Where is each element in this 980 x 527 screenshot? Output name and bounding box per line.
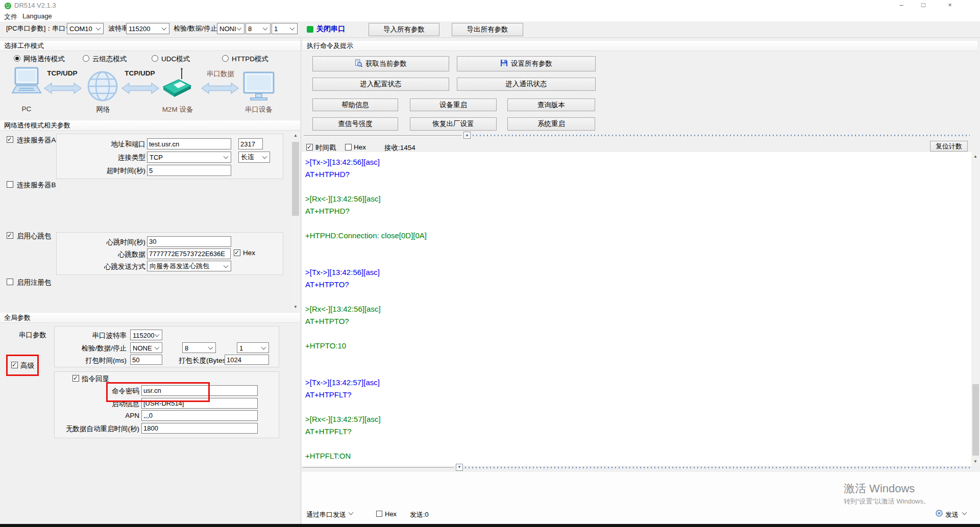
conn-type-select[interactable]: TCP xyxy=(147,152,231,163)
baud-select[interactable]: 115200 xyxy=(126,23,169,34)
log-line: >[Rx<-][13:42:56][asc] xyxy=(305,303,427,315)
keepalive-select[interactable]: 长连 xyxy=(238,152,270,163)
register-label: 启用注册包 xyxy=(17,278,52,287)
echo-checkbox[interactable] xyxy=(72,375,79,382)
hb-mode-label: 心跳发送方式 xyxy=(61,262,145,271)
net-params-header: 网络透传模式相关参数 xyxy=(0,120,300,131)
heartbeat-checkbox[interactable] xyxy=(7,232,13,239)
activate-windows-watermark: 激活 Windows xyxy=(844,481,915,496)
radio-cloud-mode[interactable] xyxy=(83,55,89,62)
send-button[interactable]: 发送 xyxy=(945,510,959,519)
cmd-pwd-input[interactable] xyxy=(141,385,258,396)
device-restart-button[interactable]: 设备重启 xyxy=(410,98,497,111)
hb-hex-checkbox[interactable] xyxy=(234,249,240,256)
radio-udc-label: UDC模式 xyxy=(161,55,190,64)
g-stopbits-select[interactable]: 1 xyxy=(237,342,269,353)
advanced-checkbox[interactable] xyxy=(11,362,18,368)
trackbar-track[interactable] xyxy=(473,135,970,136)
params-scrollbar[interactable]: ▲ ▼ xyxy=(291,131,300,311)
enter-config-button[interactable]: 进入配置状态 xyxy=(312,78,449,91)
export-params-button[interactable]: 导出所有参数 xyxy=(452,23,523,36)
timeout-input[interactable] xyxy=(147,165,231,176)
factory-reset-button[interactable]: 恢复出厂设置 xyxy=(410,117,497,131)
log-line xyxy=(305,364,427,377)
query-version-button[interactable]: 查询版本 xyxy=(507,98,595,111)
apn-input[interactable] xyxy=(141,410,258,421)
menu-file[interactable]: 文件 xyxy=(4,12,17,21)
server-a-checkbox[interactable] xyxy=(7,136,13,143)
scroll-down-icon[interactable]: ▼ xyxy=(971,457,979,466)
send-hex-checkbox[interactable] xyxy=(376,511,382,517)
maximize-icon[interactable]: □ xyxy=(915,0,932,11)
close-icon[interactable]: × xyxy=(941,0,959,11)
hb-data-input[interactable] xyxy=(147,248,231,259)
hb-time-input[interactable] xyxy=(147,236,231,247)
scroll-up-icon[interactable]: ▲ xyxy=(291,131,300,140)
idle-restart-input[interactable] xyxy=(141,423,258,434)
parity-select[interactable]: NONI xyxy=(217,23,244,34)
hb-time-label: 心跳时间(秒) xyxy=(61,238,145,247)
trackbar-thumb[interactable]: ▼ xyxy=(456,464,463,471)
radio-udc-mode[interactable] xyxy=(152,55,158,62)
log-hex-checkbox[interactable] xyxy=(345,144,352,150)
save-floppy-icon xyxy=(500,59,508,68)
app-icon xyxy=(4,2,12,11)
query-signal-button[interactable]: 查信号强度 xyxy=(312,117,398,131)
enter-comm-button[interactable]: 进入通讯状态 xyxy=(457,78,596,91)
system-restart-button[interactable]: 系统重启 xyxy=(507,117,595,131)
menu-bar: 文件 Language xyxy=(0,11,980,22)
g-baud-select[interactable]: 115200 xyxy=(130,330,162,340)
scrollbar-thumb[interactable] xyxy=(972,384,979,456)
chevron-down-icon xyxy=(224,154,229,159)
menu-language[interactable]: Language xyxy=(22,12,52,20)
send-via-serial-button[interactable]: 通过串口发送 xyxy=(306,510,346,519)
pack-time-input[interactable] xyxy=(130,355,162,365)
log-line xyxy=(305,217,427,230)
global-params-header: 全局参数 xyxy=(0,312,300,323)
trackbar-thumb[interactable]: ▲ xyxy=(463,132,471,139)
scroll-up-icon[interactable]: ▲ xyxy=(971,152,979,161)
databits-select[interactable]: 8 xyxy=(246,23,271,34)
server-port-input[interactable] xyxy=(238,138,263,149)
set-params-button[interactable]: 设置所有参数 xyxy=(457,56,596,71)
log-line xyxy=(305,242,427,254)
radio-httpd-mode[interactable] xyxy=(222,55,229,62)
radio-cloud-label: 云组态模式 xyxy=(92,55,127,64)
close-port-button[interactable]: 关闭串口 xyxy=(316,24,345,34)
radio-net-passthrough-mode[interactable] xyxy=(14,55,20,62)
log-line xyxy=(305,181,427,193)
server-addr-input[interactable] xyxy=(147,138,231,149)
g-databits-select[interactable]: 8 xyxy=(182,342,216,353)
com-port-select[interactable]: COM10 xyxy=(67,23,104,34)
import-params-button[interactable]: 导入所有参数 xyxy=(369,23,439,36)
register-checkbox[interactable] xyxy=(7,279,13,285)
activate-windows-watermark-sub: 转到“设置”以激活 Windows。 xyxy=(844,497,930,506)
log-line: AT+HTPHD? xyxy=(305,205,427,217)
trackbar-groove xyxy=(304,135,462,136)
log-scrollbar[interactable]: ▲ ▼ xyxy=(971,152,980,466)
chevron-down-icon xyxy=(96,26,101,31)
log-output-area[interactable]: >[Tx->][13:42:56][asc] AT+HTPHD? >[Rx<-]… xyxy=(302,152,971,466)
server-b-checkbox[interactable] xyxy=(7,181,13,188)
log-hex-label: Hex xyxy=(354,143,366,151)
g-parity-select[interactable]: NONE xyxy=(130,342,162,353)
chevron-down-icon xyxy=(155,332,160,337)
trackbar-track[interactable] xyxy=(465,467,970,468)
heartbeat-label: 启用心跳包 xyxy=(17,232,52,241)
idle-restart-label: 无数据自动重启时间(秒) xyxy=(51,424,139,434)
log-line: >[Tx->][13:42:56][asc] xyxy=(305,156,427,168)
get-params-button[interactable]: 获取当前参数 xyxy=(312,56,449,71)
g-line-label: 检验/数据/停止 xyxy=(46,344,127,353)
timestamp-checkbox[interactable] xyxy=(306,144,313,150)
hb-mode-select[interactable]: 向服务器发送心跳包 xyxy=(147,261,231,271)
help-info-button[interactable]: 帮助信息 xyxy=(312,98,398,111)
reset-count-button[interactable]: 复位计数 xyxy=(930,141,968,152)
minimize-icon[interactable]: – xyxy=(893,0,910,11)
pack-len-input[interactable] xyxy=(225,355,269,365)
boot-msg-input[interactable] xyxy=(141,398,258,409)
pc-serial-port-label: [PC串口参数]：串口号 xyxy=(6,24,72,33)
stopbits-select[interactable]: 1 xyxy=(272,23,298,34)
scrollbar-thumb[interactable] xyxy=(292,142,299,216)
scroll-down-icon[interactable]: ▼ xyxy=(291,303,300,311)
m2m-label: M2M 设备 xyxy=(161,105,194,114)
